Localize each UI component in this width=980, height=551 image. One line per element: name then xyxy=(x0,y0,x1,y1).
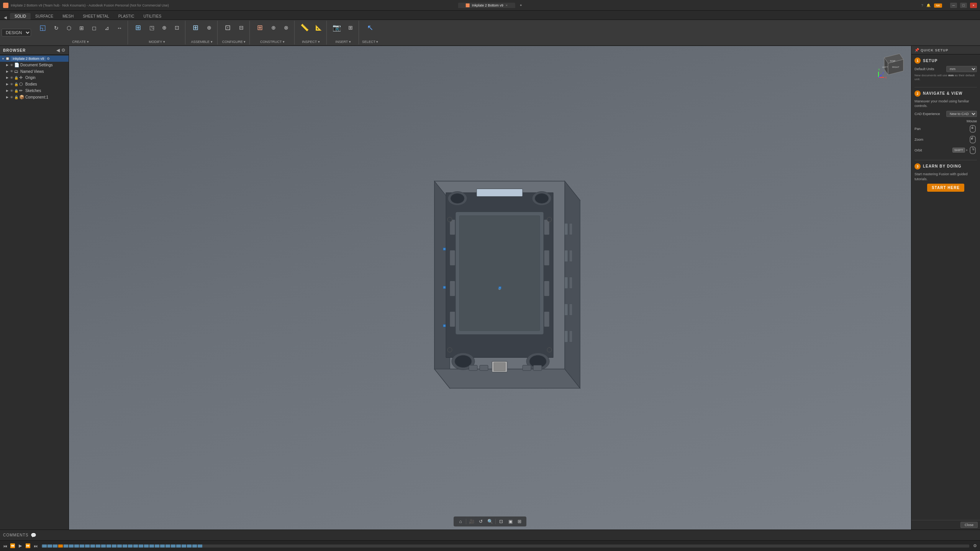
qs-mouse-controls: Pan Zoom xyxy=(914,125,977,155)
tl-end-btn[interactable]: ⏭ xyxy=(32,543,39,549)
qs-close-area: Close xyxy=(911,520,980,530)
construct-point-btn[interactable]: ⊗ xyxy=(280,22,292,33)
vp-home-btn[interactable]: ⌂ xyxy=(457,518,464,525)
construct-plane-btn[interactable]: ⊞ xyxy=(253,21,267,34)
tab-close[interactable]: × xyxy=(506,3,508,7)
tl-settings-btn[interactable]: ⚙ xyxy=(972,543,978,549)
create-loft-btn[interactable]: ⊞ xyxy=(76,23,87,33)
tab-plastic[interactable]: PLASTIC xyxy=(114,13,139,20)
qs-units-select[interactable]: mm in cm xyxy=(946,66,977,72)
qs-cad-experience-select[interactable]: New to CAD Fusion 360 SolidWorks Invento… xyxy=(946,111,977,117)
tl-prev-btn[interactable]: ⏪ xyxy=(9,543,16,549)
maximize-btn[interactable]: □ xyxy=(960,3,967,8)
vp-display-btn[interactable]: ⊡ xyxy=(497,518,505,525)
inspect-analysis-btn[interactable]: 📐 xyxy=(313,22,324,33)
tl-start-btn[interactable]: ⏮ xyxy=(2,543,8,549)
qs-pan-row: Pan xyxy=(914,125,977,133)
timeline: ⏮ ⏪ ▶ ⏩ ⏭ ⚙ xyxy=(0,540,980,551)
minimize-btn[interactable]: ─ xyxy=(950,3,957,8)
tree-item-origin[interactable]: ▶ 👁 🔒 ✛ Origin xyxy=(0,74,69,81)
assemble-new-component-btn[interactable]: ⊞ xyxy=(188,21,202,34)
comments-icon[interactable]: 💬 xyxy=(31,533,36,538)
svg-line-8 xyxy=(878,75,882,77)
create-revolve-btn[interactable]: ↻ xyxy=(51,23,62,33)
tl-marker-6 xyxy=(69,544,74,548)
vp-zoom-btn[interactable]: 🔍 xyxy=(486,518,494,525)
qs-units-label: Default Units xyxy=(914,67,934,71)
modify-shell-btn[interactable]: ⊡ xyxy=(171,22,183,33)
qs-close-btn[interactable]: Close xyxy=(960,522,978,528)
start-here-btn[interactable]: START HERE xyxy=(927,184,964,192)
tree-item-named-views[interactable]: ▶ 👁 🗂 Named Views xyxy=(0,68,69,74)
qs-section-setup: 1 SETUP Default Units mm in cm New docum… xyxy=(914,58,977,82)
create-extrude-btn[interactable]: ◱ xyxy=(36,21,49,34)
viewport[interactable]: TOP RIGHT LEFT X Y Z xyxy=(69,46,911,530)
tree-item-sketches[interactable]: ▶ 👁 🔒 ✏ Sketches xyxy=(0,87,69,94)
modify-press-pull-btn[interactable]: ⊞ xyxy=(131,21,145,34)
svg-text:X: X xyxy=(885,76,887,79)
create-sweep-btn[interactable]: ⬡ xyxy=(63,23,75,33)
arrow-named-views: ▶ xyxy=(6,70,10,73)
notifications-btn[interactable]: 🔔 xyxy=(926,3,931,7)
qs-cad-exp-label: CAD Experience xyxy=(914,112,940,116)
arrow-component: ▶ xyxy=(6,95,10,99)
vp-orbit-btn[interactable]: ↺ xyxy=(477,518,485,525)
vp-camera-btn[interactable]: 🎥 xyxy=(468,518,475,525)
create-mirror-btn[interactable]: ↔ xyxy=(114,23,125,33)
tl-marker-26 xyxy=(176,544,181,548)
insert-decal-btn[interactable]: ⊞ xyxy=(345,22,356,33)
title-tab[interactable]: Inkplate 2 Bottom v9 × + xyxy=(458,3,522,8)
assemble-joint-btn[interactable]: ⊕ xyxy=(203,22,215,33)
tree-icon-settings[interactable]: ⚙ xyxy=(47,57,50,61)
lock-component: 🔒 xyxy=(14,95,18,99)
svg-rect-33 xyxy=(544,281,549,296)
tree-item-root[interactable]: ▼ 🔲 Inkplate 2 Bottom v9 ⚙ xyxy=(0,56,69,62)
tl-marker-4 xyxy=(58,544,63,548)
svg-rect-52 xyxy=(565,331,568,342)
create-web-btn[interactable]: ⊿ xyxy=(101,23,113,33)
browser-settings-btn[interactable]: ⚙ xyxy=(61,48,66,53)
account-btn[interactable]: NK xyxy=(934,3,942,8)
qs-learn-desc: Start mastering Fusion with guided tutor… xyxy=(914,172,977,181)
browser-collapse-btn[interactable]: ◀ xyxy=(56,48,60,53)
select-btn[interactable]: ↖ xyxy=(363,21,377,34)
help-btn[interactable]: ? xyxy=(921,3,923,7)
tab-surface[interactable]: SURFACE xyxy=(31,13,58,20)
svg-point-53 xyxy=(447,217,452,222)
design-dropdown[interactable]: DESIGN xyxy=(2,29,31,36)
inspect-measure-btn[interactable]: 📏 xyxy=(298,21,311,34)
tab-mesh[interactable]: MESH xyxy=(58,13,78,20)
configure-btn1[interactable]: ⊡ xyxy=(221,21,234,34)
vp-grid-btn[interactable]: ⊞ xyxy=(516,518,523,525)
timeline-track[interactable] xyxy=(41,544,969,548)
configure-btn2[interactable]: ⊟ xyxy=(236,22,247,33)
icon-named-views: 🗂 xyxy=(14,69,20,74)
toolbar-tabs: ◀ SOLID SURFACE MESH SHEET METAL PLASTIC… xyxy=(0,11,980,20)
insert-image-btn[interactable]: 📷 xyxy=(330,21,344,34)
modify-fillet-btn[interactable]: ◳ xyxy=(146,22,157,33)
tree-item-document-settings[interactable]: ▶ 👁 📄 Document Settings xyxy=(0,62,69,68)
eye-named-views: 👁 xyxy=(10,69,13,73)
close-btn[interactable]: × xyxy=(970,3,977,8)
construct-axis-btn[interactable]: ⊕ xyxy=(268,22,279,33)
tab-solid[interactable]: SOLID xyxy=(10,13,31,20)
tree-item-component[interactable]: ▶ 👁 🔒 📦 Component:1 xyxy=(0,94,69,100)
tree-item-bodies[interactable]: ▶ 👁 🔒 ⬡ Bodies xyxy=(0,81,69,87)
view-cube[interactable]: TOP RIGHT LEFT X Y Z xyxy=(877,50,907,81)
label-named-views: Named Views xyxy=(20,69,44,74)
tl-marker-17 xyxy=(128,544,133,548)
back-btn[interactable]: ◀ xyxy=(4,15,7,20)
tl-play-btn[interactable]: ▶ xyxy=(17,543,24,549)
tab-utilities[interactable]: UTILITIES xyxy=(139,13,166,20)
tl-next-btn[interactable]: ⏩ xyxy=(25,543,31,549)
modify-chamfer-btn[interactable]: ⊕ xyxy=(159,22,170,33)
ribbon-group-inspect: 📏 📐 INSPECT ▾ xyxy=(295,21,327,44)
ribbon-group-assemble: ⊞ ⊕ ASSEMBLE ▾ xyxy=(186,21,218,44)
tl-marker-3 xyxy=(53,544,57,548)
svg-rect-47 xyxy=(569,331,572,342)
create-rib-btn[interactable]: ◻ xyxy=(88,23,100,33)
svg-rect-59 xyxy=(443,286,446,288)
vp-view-btn[interactable]: ▣ xyxy=(506,518,514,525)
svg-rect-51 xyxy=(565,304,568,315)
tab-sheet-metal[interactable]: SHEET METAL xyxy=(78,13,114,20)
